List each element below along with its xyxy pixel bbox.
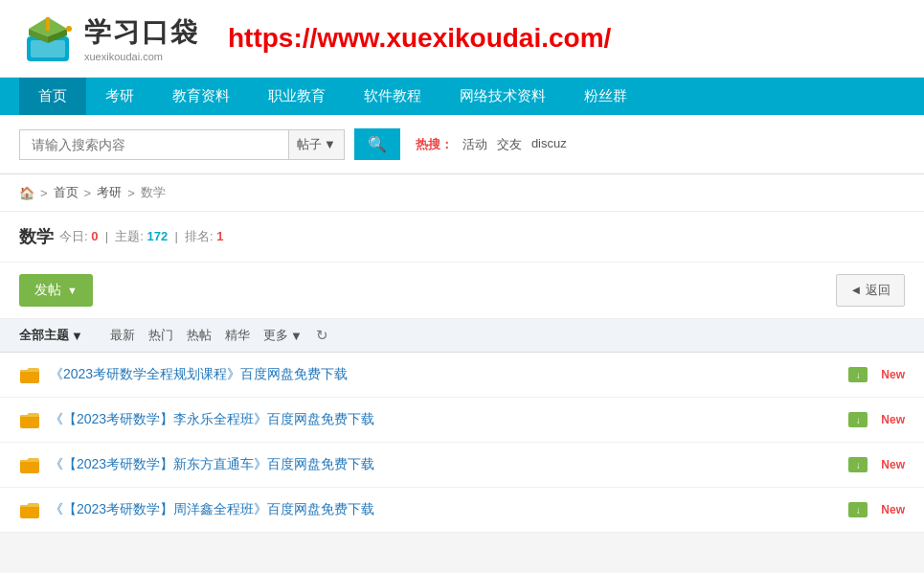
hot-label: 热搜： — [416, 136, 453, 153]
folder-icon — [19, 499, 40, 520]
hot-items: 活动 交友 discuz — [462, 136, 567, 153]
svg-rect-8 — [20, 415, 39, 428]
new-badge-3: New — [881, 503, 905, 516]
svg-rect-7 — [20, 370, 39, 383]
breadcrumb-sep-2: > — [127, 186, 135, 200]
today-count: 0 — [91, 229, 98, 243]
filter-hotpost[interactable]: 热帖 — [187, 327, 212, 344]
search-input-wrap: 帖子 ▼ — [19, 129, 345, 160]
breadcrumb-sep-0: > — [40, 186, 48, 200]
filter-newest[interactable]: 最新 — [110, 327, 135, 344]
thread-title-1[interactable]: 《【2023考研数学】李永乐全程班》百度网盘免费下载 — [50, 411, 835, 428]
back-button[interactable]: ◄ 返回 — [836, 274, 905, 307]
search-icon: 🔍 — [368, 136, 387, 152]
download-icon-0: ↓ — [848, 367, 868, 382]
header-url: https://www.xuexikoudai.com/ — [228, 23, 611, 54]
folder-icon — [19, 364, 40, 385]
post-button-label: 发帖 — [34, 282, 61, 299]
download-icon-3: ↓ — [848, 502, 868, 517]
header: 学习口袋 xuexikoudai.com https://www.xuexiko… — [0, 0, 924, 78]
topic-count: 172 — [147, 229, 169, 243]
new-badge-1: New — [881, 413, 905, 426]
thread-item: 《【2023考研数学】新东方直通车》百度网盘免费下载 ↓ New — [0, 443, 924, 488]
svg-rect-10 — [20, 505, 39, 518]
folder-icon — [19, 409, 40, 430]
filter-hot[interactable]: 热门 — [148, 327, 173, 344]
breadcrumb-kaoyan[interactable]: 考研 — [97, 184, 122, 201]
thread-item: 《2023考研数学全程规划课程》百度网盘免费下载 ↓ New — [0, 353, 924, 398]
search-button[interactable]: 🔍 — [354, 128, 400, 160]
post-button[interactable]: 发帖 ▼ — [19, 274, 93, 307]
download-icon-1: ↓ — [848, 412, 868, 427]
nav-item-voc[interactable]: 职业教育 — [249, 78, 345, 115]
filter-bar: 全部主题 ▼ 最新 热门 热帖 精华 更多 ▼ ↻ — [0, 319, 924, 353]
logo-area: 学习口袋 xuexikoudai.com — [19, 10, 199, 67]
breadcrumb-sep-1: > — [84, 186, 92, 200]
hot-item-0[interactable]: 活动 — [462, 136, 487, 153]
post-dropdown-arrow-icon: ▼ — [67, 285, 78, 296]
nav-item-kaoyan[interactable]: 考研 — [86, 78, 153, 115]
logo-text: 学习口袋 xuexikoudai.com — [84, 14, 199, 62]
thread-title-2[interactable]: 《【2023考研数学】新东方直通车》百度网盘免费下载 — [50, 456, 835, 473]
breadcrumb-home[interactable]: 首页 — [54, 184, 79, 201]
logo-pinyin: xuexikoudai.com — [84, 51, 199, 62]
logo-icon — [19, 10, 77, 67]
rank-count: 1 — [216, 229, 223, 243]
forum-title: 数学 — [19, 225, 54, 248]
folder-icon — [19, 454, 40, 475]
hot-item-2[interactable]: discuz — [531, 136, 567, 153]
thread-list: 《2023考研数学全程规划课程》百度网盘免费下载 ↓ New 《【2023考研数… — [0, 353, 924, 533]
filter-all[interactable]: 全部主题 ▼ — [19, 327, 83, 344]
thread-title-3[interactable]: 《【2023考研数学】周洋鑫全程班》百度网盘免费下载 — [50, 501, 835, 518]
thread-item: 《【2023考研数学】李永乐全程班》百度网盘免费下载 ↓ New — [0, 398, 924, 443]
hot-item-1[interactable]: 交友 — [497, 136, 522, 153]
nav-item-fans[interactable]: 粉丝群 — [565, 78, 646, 115]
refresh-icon[interactable]: ↻ — [316, 327, 328, 344]
breadcrumb-current: 数学 — [141, 184, 166, 201]
svg-rect-9 — [20, 460, 39, 473]
svg-point-6 — [66, 26, 72, 32]
search-input[interactable] — [20, 130, 288, 159]
new-badge-2: New — [881, 458, 905, 471]
search-type-selector[interactable]: 帖子 ▼ — [288, 130, 344, 159]
forum-header: 数学 今日: 0 | 主题: 172 | 排名: 1 — [0, 212, 924, 263]
thread-item: 《【2023考研数学】周洋鑫全程班》百度网盘免费下载 ↓ New — [0, 488, 924, 533]
nav-item-edu[interactable]: 教育资料 — [153, 78, 249, 115]
breadcrumb: 🏠 > 首页 > 考研 > 数学 — [0, 174, 924, 212]
logo-chinese: 学习口袋 — [84, 14, 199, 51]
forum-stats: 今日: 0 | 主题: 172 | 排名: 1 — [59, 228, 224, 245]
filter-all-arrow-icon: ▼ — [71, 329, 83, 343]
nav-item-network[interactable]: 网络技术资料 — [440, 78, 565, 115]
back-button-label: ◄ 返回 — [850, 282, 890, 299]
thread-title-0[interactable]: 《2023考研数学全程规划课程》百度网盘免费下载 — [50, 366, 835, 383]
toolbar: 发帖 ▼ ◄ 返回 — [0, 263, 924, 319]
new-badge-0: New — [881, 368, 905, 381]
main-nav: 首页 考研 教育资料 职业教育 软件教程 网络技术资料 粉丝群 — [0, 78, 924, 115]
filter-more-arrow-icon: ▼ — [290, 329, 303, 343]
home-icon: 🏠 — [19, 186, 34, 200]
nav-item-home[interactable]: 首页 — [19, 78, 86, 115]
download-icon-2: ↓ — [848, 457, 868, 472]
filter-more[interactable]: 更多 ▼ — [263, 327, 303, 344]
search-bar: 帖子 ▼ 🔍 热搜： 活动 交友 discuz — [0, 115, 924, 174]
svg-rect-5 — [46, 17, 50, 31]
dropdown-arrow-icon: ▼ — [324, 137, 336, 151]
nav-item-software[interactable]: 软件教程 — [345, 78, 440, 115]
filter-featured[interactable]: 精华 — [225, 327, 250, 344]
